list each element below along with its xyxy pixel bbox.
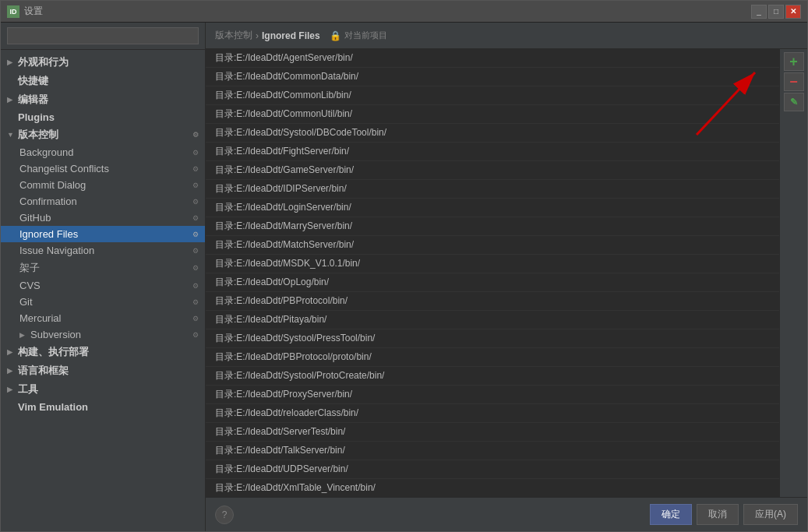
- expand-icon: ▶: [7, 367, 15, 375]
- list-item[interactable]: 目录:E:/IdeaDdt/reloaderClass/bin/: [206, 404, 779, 423]
- maximize-button[interactable]: □: [768, 5, 784, 19]
- list-item[interactable]: 目录:E:/IdeaDdt/CommonData/bin/: [206, 68, 779, 86]
- sidebar-item-label: Confirmation: [19, 196, 77, 207]
- ignored-files-list[interactable]: 目录:E:/IdeaDdt/AgentServer/bin/目录:E:/Idea…: [206, 49, 779, 497]
- sidebar-item-vim[interactable]: Vim Emulation: [1, 399, 205, 415]
- settings-icon: ⚙: [192, 247, 199, 255]
- cancel-button[interactable]: 取消: [697, 504, 739, 525]
- sidebar-item-label: Plugins: [18, 111, 55, 123]
- sidebar-item-confirmation[interactable]: Confirmation ⚙: [1, 193, 205, 210]
- list-item[interactable]: 目录:E:/IdeaDdt/TalkServer/bin/: [206, 442, 779, 460]
- list-item[interactable]: 目录:E:/IdeaDdt/XmlTable_Vincent/bin/: [206, 479, 779, 497]
- sidebar-item-plugins[interactable]: Plugins: [1, 109, 205, 125]
- sidebar-item-editor[interactable]: ▶ 编辑器: [1, 90, 205, 109]
- content-wrapper: 目录:E:/IdeaDdt/AgentServer/bin/目录:E:/Idea…: [206, 49, 807, 497]
- list-item[interactable]: 目录:E:/IdeaDdt/ProxyServer/bin/: [206, 386, 779, 404]
- right-action-panel: + − ✎: [779, 49, 807, 497]
- ok-button[interactable]: 确定: [650, 504, 692, 525]
- list-item[interactable]: 目录:E:/IdeaDdt/PBProtocol/bin/: [206, 292, 779, 311]
- breadcrumb-scope-icon: 🔒: [330, 30, 341, 41]
- dialog-buttons: 确定 取消 应用(A): [650, 504, 798, 525]
- list-item[interactable]: 目录:E:/IdeaDdt/LoginServer/bin/: [206, 199, 779, 217]
- list-item[interactable]: 目录:E:/IdeaDdt/Systool/PressTool/bin/: [206, 329, 779, 348]
- sidebar-item-cvs[interactable]: CVS ⚙: [1, 277, 205, 294]
- expand-icon: ▼: [7, 131, 15, 139]
- sidebar-item-keymap[interactable]: 快捷键: [1, 72, 205, 90]
- list-item[interactable]: 目录:E:/IdeaDdt/MatchServer/bin/: [206, 236, 779, 255]
- list-item[interactable]: 目录:E:/IdeaDdt/Systool/ProtoCreate/bin/: [206, 367, 779, 386]
- sidebar-item-label: 构建、执行部署: [18, 345, 89, 359]
- settings-window: ID 设置 _ □ ✕ ▶ 外观和行为 快捷键: [0, 0, 808, 532]
- breadcrumb-parent: 版本控制: [215, 29, 252, 42]
- apply-button[interactable]: 应用(A): [743, 504, 798, 525]
- sidebar-item-label: Ignored Files: [19, 228, 78, 240]
- settings-icon: ⚙: [192, 331, 199, 339]
- titlebar-title: ID 设置: [7, 5, 43, 18]
- settings-tree: ▶ 外观和行为 快捷键 ▶ 编辑器 Plugins: [1, 50, 205, 531]
- search-box: [1, 23, 205, 50]
- remove-button[interactable]: −: [784, 72, 804, 91]
- sidebar-item-label: 架子: [19, 261, 40, 275]
- list-item[interactable]: 目录:E:/IdeaDdt/MSDK_V1.0.1/bin/: [206, 255, 779, 273]
- sidebar-item-changelist[interactable]: Changelist Conflicts ⚙: [1, 160, 205, 177]
- settings-icon: ⚙: [192, 131, 199, 139]
- sidebar-item-label: 快捷键: [18, 74, 48, 88]
- help-button[interactable]: ?: [215, 506, 234, 524]
- main-panel: 版本控制 › Ignored Files 🔒 对当前项目 目录:E:/IdeaD…: [206, 23, 807, 531]
- list-item[interactable]: 目录:E:/IdeaDdt/CommonLib/bin/: [206, 86, 779, 105]
- breadcrumb-scope-text: 对当前项目: [344, 30, 387, 41]
- sidebar-item-tools[interactable]: ▶ 工具: [1, 380, 205, 399]
- sidebar-item-shelves[interactable]: 架子 ⚙: [1, 259, 205, 277]
- app-icon: ID: [7, 5, 19, 18]
- list-item[interactable]: 目录:E:/IdeaDdt/Pitaya/bin/: [206, 311, 779, 329]
- sidebar-item-label: Commit Dialog: [19, 179, 86, 191]
- sidebar-item-label: Git: [19, 296, 33, 308]
- settings-icon: ⚙: [192, 315, 199, 322]
- titlebar: ID 设置 _ □ ✕: [1, 1, 807, 23]
- list-item[interactable]: 目录:E:/IdeaDdt/PBProtocol/proto/bin/: [206, 348, 779, 367]
- sidebar-item-label: 语言和框架: [18, 364, 69, 378]
- content: ▶ 外观和行为 快捷键 ▶ 编辑器 Plugins: [1, 23, 807, 531]
- sidebar-item-ignored-files[interactable]: Ignored Files ⚙: [1, 226, 205, 242]
- sidebar-item-appearance[interactable]: ▶ 外观和行为: [1, 53, 205, 72]
- list-item[interactable]: 目录:E:/IdeaDdt/AgentServer/bin/: [206, 49, 779, 68]
- sidebar-item-label: Changelist Conflicts: [19, 163, 109, 174]
- list-item[interactable]: 目录:E:/IdeaDdt/IDIPServer/bin/: [206, 180, 779, 199]
- window-title: 设置: [24, 5, 43, 18]
- settings-icon: ⚙: [192, 181, 199, 189]
- list-item[interactable]: 目录:E:/IdeaDdt/OpLog/bin/: [206, 273, 779, 292]
- sidebar-item-github[interactable]: GitHub ⚙: [1, 210, 205, 226]
- sidebar-item-background[interactable]: Background ⚙: [1, 144, 205, 160]
- sidebar-item-label: Background: [19, 146, 73, 158]
- list-item[interactable]: 目录:E:/IdeaDdt/UDPServer/bin/: [206, 460, 779, 479]
- expand-icon: ▶: [7, 348, 15, 356]
- settings-icon: ⚙: [192, 264, 199, 272]
- sidebar-item-label: 编辑器: [18, 93, 48, 107]
- search-input[interactable]: [7, 27, 199, 44]
- sidebar-item-subversion[interactable]: ▶ Subversion ⚙: [1, 326, 205, 343]
- list-item[interactable]: 目录:E:/IdeaDdt/CommonUtil/bin/: [206, 105, 779, 124]
- edit-button[interactable]: ✎: [784, 93, 804, 111]
- sidebar-item-git[interactable]: Git ⚙: [1, 294, 205, 310]
- sidebar-item-issue-navigation[interactable]: Issue Navigation ⚙: [1, 242, 205, 259]
- sidebar-item-lang[interactable]: ▶ 语言和框架: [1, 361, 205, 380]
- list-item[interactable]: 目录:E:/IdeaDdt/Systool/DBCodeTool/bin/: [206, 124, 779, 143]
- sidebar-item-build[interactable]: ▶ 构建、执行部署: [1, 343, 205, 361]
- sidebar: ▶ 外观和行为 快捷键 ▶ 编辑器 Plugins: [1, 23, 206, 531]
- sidebar-item-label: Issue Navigation: [19, 245, 94, 256]
- sidebar-item-label: 外观和行为: [18, 55, 69, 69]
- close-button[interactable]: ✕: [785, 5, 801, 19]
- list-item[interactable]: 目录:E:/IdeaDdt/ServerTest/bin/: [206, 423, 779, 442]
- settings-icon: ⚙: [192, 282, 199, 290]
- list-item[interactable]: 目录:E:/IdeaDdt/MarryServer/bin/: [206, 217, 779, 236]
- minimize-button[interactable]: _: [751, 5, 767, 19]
- list-item[interactable]: 目录:E:/IdeaDdt/FightServer/bin/: [206, 143, 779, 161]
- sidebar-item-vcs[interactable]: ▼ 版本控制 ⚙: [1, 125, 205, 144]
- add-button[interactable]: +: [784, 52, 804, 71]
- sidebar-item-label: Vim Emulation: [18, 401, 88, 413]
- sidebar-item-label: 工具: [18, 382, 38, 396]
- settings-icon: ⚙: [192, 214, 199, 222]
- list-item[interactable]: 目录:E:/IdeaDdt/GameServer/bin/: [206, 161, 779, 180]
- sidebar-item-mercurial[interactable]: Mercurial ⚙: [1, 310, 205, 326]
- sidebar-item-commit-dialog[interactable]: Commit Dialog ⚙: [1, 177, 205, 193]
